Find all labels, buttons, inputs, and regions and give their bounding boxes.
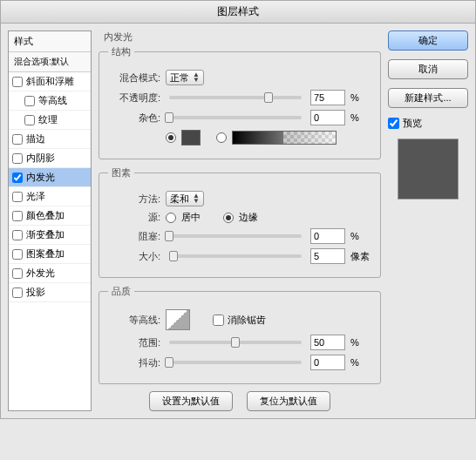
sidebar-item-6[interactable]: 光泽: [9, 187, 91, 206]
noise-unit: %: [350, 112, 371, 123]
blend-mode-label: 混合模式:: [108, 71, 160, 85]
size-input[interactable]: [310, 248, 345, 264]
sidebar-item-checkbox[interactable]: [12, 288, 23, 298]
sidebar-item-label: 光泽: [26, 190, 45, 203]
sidebar-item-label: 等高线: [38, 94, 67, 107]
quality-legend: 品质: [108, 285, 134, 298]
preview-swatch: [398, 139, 459, 200]
cancel-button[interactable]: 取消: [388, 59, 468, 79]
size-unit: 像素: [350, 250, 371, 263]
sidebar-item-label: 颜色叠加: [26, 209, 65, 222]
sidebar-item-checkbox[interactable]: [24, 115, 35, 125]
sidebar-blending-options[interactable]: 混合选项:默认: [9, 52, 91, 72]
opacity-unit: %: [350, 92, 371, 103]
range-label: 范围:: [108, 336, 160, 349]
sidebar-item-checkbox[interactable]: [12, 230, 23, 240]
range-slider[interactable]: [169, 341, 302, 344]
choke-slider[interactable]: [169, 234, 302, 238]
sidebar-item-checkbox[interactable]: [12, 249, 23, 260]
elements-legend: 图素: [108, 166, 134, 179]
preview-checkbox[interactable]: 预览: [388, 117, 468, 130]
set-default-button[interactable]: 设置为默认值: [149, 391, 233, 411]
sidebar-item-8[interactable]: 渐变叠加: [9, 226, 91, 245]
source-center-radio[interactable]: [166, 213, 176, 223]
source-edge-radio[interactable]: [223, 213, 234, 223]
gradient-radio[interactable]: [216, 132, 227, 143]
method-select[interactable]: 柔和 ▲▼: [166, 191, 204, 206]
structure-legend: 结构: [108, 45, 134, 58]
sidebar-item-checkbox[interactable]: [12, 268, 23, 279]
sidebar-item-checkbox[interactable]: [12, 134, 23, 145]
method-value: 柔和: [170, 193, 189, 206]
sidebar-item-2[interactable]: 纹理: [9, 111, 91, 130]
contour-picker[interactable]: [166, 309, 190, 330]
choke-input[interactable]: [310, 228, 345, 244]
jitter-unit: %: [350, 357, 371, 368]
gradient-picker[interactable]: [232, 131, 337, 145]
sidebar-item-11[interactable]: 投影: [9, 283, 91, 302]
inner-glow-panel: 内发光 结构 混合模式: 正常 ▲▼ 不透明度: % 杂色:: [99, 30, 381, 411]
jitter-label: 抖动:: [108, 356, 160, 369]
sidebar-item-label: 纹理: [38, 113, 58, 126]
antialias-label: 消除锯齿: [228, 314, 266, 327]
noise-label: 杂色:: [108, 112, 160, 125]
noise-input[interactable]: [310, 110, 345, 125]
reset-default-button[interactable]: 复位为默认值: [247, 391, 330, 411]
dialog-title: 图层样式: [1, 1, 475, 24]
panel-title: 内发光: [99, 30, 381, 44]
choke-label: 阻塞:: [108, 230, 160, 243]
size-slider[interactable]: [169, 254, 302, 258]
method-label: 方法:: [108, 193, 160, 206]
right-panel: 确定 取消 新建样式... 预览: [388, 30, 468, 411]
sidebar-item-checkbox[interactable]: [24, 96, 35, 106]
contour-label: 等高线:: [108, 314, 160, 327]
sidebar-item-label: 投影: [26, 286, 45, 299]
sidebar-item-checkbox[interactable]: [12, 153, 23, 164]
sidebar-item-1[interactable]: 等高线: [9, 91, 91, 111]
opacity-label: 不透明度:: [108, 91, 160, 105]
sidebar-item-9[interactable]: 图案叠加: [9, 245, 91, 264]
sidebar-item-checkbox[interactable]: [12, 211, 23, 221]
updown-icon: ▲▼: [193, 72, 200, 83]
quality-group: 品质 等高线: 消除锯齿 范围: % 抖动:: [99, 285, 381, 384]
sidebar-item-checkbox[interactable]: [12, 172, 23, 183]
blend-mode-select[interactable]: 正常 ▲▼: [166, 70, 204, 85]
structure-group: 结构 混合模式: 正常 ▲▼ 不透明度: % 杂色:: [99, 45, 381, 159]
elements-group: 图素 方法: 柔和 ▲▼ 源: 居中 边缘 阻塞:: [99, 166, 381, 278]
sidebar-item-label: 外发光: [26, 267, 55, 280]
source-label: 源:: [108, 211, 160, 224]
color-swatch[interactable]: [181, 130, 201, 145]
opacity-slider[interactable]: [169, 96, 302, 99]
sidebar-item-label: 渐变叠加: [26, 228, 65, 241]
sidebar-item-label: 图案叠加: [26, 247, 65, 260]
sidebar-item-10[interactable]: 外发光: [9, 264, 91, 283]
styles-sidebar: 样式 混合选项:默认 斜面和浮雕等高线纹理描边内阴影内发光光泽颜色叠加渐变叠加图…: [8, 30, 92, 411]
sidebar-item-label: 内发光: [26, 171, 55, 184]
jitter-slider[interactable]: [169, 361, 302, 364]
sidebar-item-4[interactable]: 内阴影: [9, 149, 91, 168]
opacity-input[interactable]: [310, 90, 345, 105]
blend-mode-value: 正常: [170, 71, 189, 85]
choke-unit: %: [350, 231, 371, 241]
range-input[interactable]: [310, 335, 345, 350]
noise-slider[interactable]: [169, 116, 302, 119]
updown-icon: ▲▼: [193, 193, 200, 204]
preview-label: 预览: [403, 117, 422, 130]
sidebar-item-label: 内阴影: [26, 152, 55, 165]
sidebar-item-label: 斜面和浮雕: [26, 75, 74, 88]
sidebar-item-label: 描边: [26, 132, 45, 145]
sidebar-item-checkbox[interactable]: [12, 192, 23, 202]
sidebar-header[interactable]: 样式: [9, 31, 91, 52]
ok-button[interactable]: 确定: [388, 30, 468, 51]
sidebar-item-3[interactable]: 描边: [9, 130, 91, 149]
antialias-checkbox[interactable]: 消除锯齿: [213, 314, 266, 327]
layer-style-dialog: 图层样式 样式 混合选项:默认 斜面和浮雕等高线纹理描边内阴影内发光光泽颜色叠加…: [0, 0, 476, 419]
sidebar-item-checkbox[interactable]: [12, 77, 23, 87]
sidebar-item-5[interactable]: 内发光: [9, 168, 91, 187]
new-style-button[interactable]: 新建样式...: [388, 88, 468, 108]
range-unit: %: [350, 337, 371, 348]
jitter-input[interactable]: [310, 355, 345, 370]
sidebar-item-0[interactable]: 斜面和浮雕: [9, 72, 91, 91]
color-radio[interactable]: [166, 132, 176, 143]
sidebar-item-7[interactable]: 颜色叠加: [9, 206, 91, 226]
